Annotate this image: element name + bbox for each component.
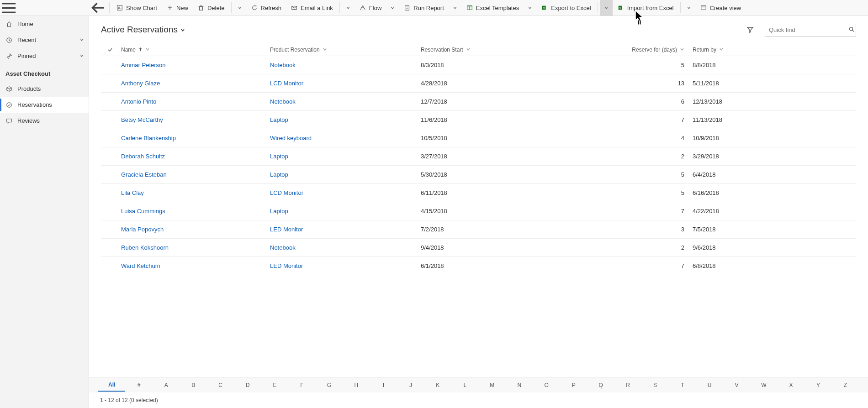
cell-product[interactable]: LCD Monitor <box>270 80 421 87</box>
alpha-jump-s[interactable]: S <box>641 379 668 391</box>
table-row[interactable]: Anthony GlazeLCD Monitor4/28/2018135/11/… <box>101 74 856 93</box>
alpha-jump-q[interactable]: Q <box>587 379 614 391</box>
alpha-jump-h[interactable]: H <box>343 379 370 391</box>
table-row[interactable]: Maria PopovychLED Monitor7/2/201837/5/20… <box>101 220 856 239</box>
alpha-jump-p[interactable]: P <box>560 379 587 391</box>
table-row[interactable]: Graciela EstebanLaptop5/30/201856/4/2018 <box>101 166 856 184</box>
column-header-return[interactable]: Return by <box>693 47 856 53</box>
alpha-jump-g[interactable]: G <box>316 379 343 391</box>
table-row[interactable]: Ruben KokshoornNotebook9/4/201829/6/2018 <box>101 239 856 257</box>
nav-products[interactable]: Products <box>0 81 89 97</box>
back-button[interactable] <box>89 0 107 16</box>
alpha-jump-l[interactable]: L <box>451 379 478 391</box>
table-row[interactable]: Deborah SchultzLaptop3/27/201823/29/2018 <box>101 147 856 166</box>
table-row[interactable]: Carlene BlankenshipWired keyboard10/5/20… <box>101 129 856 147</box>
alpha-jump-w[interactable]: W <box>750 379 777 391</box>
column-header-start[interactable]: Reservation Start <box>421 47 572 53</box>
quick-find-container[interactable] <box>765 23 856 37</box>
alpha-jump-r[interactable]: R <box>614 379 641 391</box>
alpha-jump-d[interactable]: D <box>234 379 261 391</box>
cell-name[interactable]: Antonio Pinto <box>119 98 270 105</box>
cell-name[interactable]: Carlene Blankenship <box>119 135 270 141</box>
import-excel-dropdown[interactable] <box>683 0 695 16</box>
table-row[interactable]: Luisa CummingsLaptop4/15/201874/22/2018 <box>101 202 856 220</box>
create-view-button[interactable]: Create view <box>695 0 746 16</box>
nav-home[interactable]: Home <box>0 16 89 32</box>
cell-product[interactable]: Notebook <box>270 244 421 251</box>
hamburger-button[interactable] <box>0 0 18 16</box>
cell-product[interactable]: Wired keyboard <box>270 135 421 141</box>
table-row[interactable]: Betsy McCarthyLaptop11/6/2018711/13/2018 <box>101 111 856 129</box>
alpha-jump-x[interactable]: X <box>778 379 804 391</box>
nav-reservations[interactable]: Reservations <box>0 97 89 113</box>
cell-name[interactable]: Anthony Glaze <box>119 80 270 87</box>
cell-product[interactable]: Notebook <box>270 62 421 68</box>
column-header-product[interactable]: Product Reservation <box>270 47 421 53</box>
nav-reviews[interactable]: Reviews <box>0 113 89 129</box>
refresh-button[interactable]: Refresh <box>246 0 286 16</box>
cell-name[interactable]: Luisa Cummings <box>119 208 270 214</box>
cell-product[interactable]: Notebook <box>270 98 421 105</box>
nav-pinned[interactable]: Pinned <box>0 48 89 64</box>
flow-button[interactable]: Flow <box>355 0 386 16</box>
import-excel-button[interactable]: X Import from Excel <box>613 0 678 16</box>
search-icon[interactable] <box>848 26 855 34</box>
email-link-dropdown[interactable] <box>342 0 355 16</box>
table-row[interactable]: Ward KetchumLED Monitor6/1/201876/8/2018 <box>101 257 856 275</box>
cell-product[interactable]: Laptop <box>270 208 421 214</box>
select-all-checkbox[interactable] <box>101 47 119 52</box>
alpha-jump-a[interactable]: A <box>153 379 180 391</box>
alpha-jump-z[interactable]: Z <box>832 379 859 391</box>
nav-recent[interactable]: Recent <box>0 32 89 48</box>
alpha-jump-e[interactable]: E <box>261 379 288 391</box>
cell-name[interactable]: Lila Clay <box>119 189 270 196</box>
alpha-jump-m[interactable]: M <box>479 379 506 391</box>
quick-find-input[interactable] <box>769 26 846 33</box>
alpha-jump-f[interactable]: F <box>288 379 315 391</box>
alpha-jump-j[interactable]: J <box>397 379 424 391</box>
new-button[interactable]: New <box>162 0 193 16</box>
show-chart-button[interactable]: Show Chart <box>111 0 162 16</box>
cell-product[interactable]: Laptop <box>270 153 421 160</box>
cell-product[interactable]: LED Monitor <box>270 262 421 269</box>
alpha-jump-o[interactable]: O <box>533 379 560 391</box>
cell-name[interactable]: Betsy McCarthy <box>119 116 270 123</box>
filter-button[interactable] <box>743 22 757 37</box>
flow-dropdown[interactable] <box>386 0 399 16</box>
table-row[interactable]: Ammar PetersonNotebook8/3/201858/8/2018 <box>101 56 856 74</box>
alpha-jump-b[interactable]: B <box>180 379 206 391</box>
cell-product[interactable]: Laptop <box>270 116 421 123</box>
excel-templates-dropdown[interactable] <box>524 0 536 16</box>
cell-name[interactable]: Ammar Peterson <box>119 62 270 68</box>
alpha-jump-#[interactable]: # <box>125 379 152 391</box>
alpha-jump-c[interactable]: C <box>207 379 234 391</box>
cell-name[interactable]: Ruben Kokshoorn <box>119 244 270 251</box>
export-excel-button[interactable]: X Export to Excel <box>536 0 595 16</box>
export-excel-dropdown[interactable] <box>600 0 613 16</box>
delete-dropdown[interactable] <box>233 0 246 16</box>
delete-button[interactable]: Delete <box>193 0 229 16</box>
alpha-jump-k[interactable]: K <box>424 379 451 391</box>
cell-name[interactable]: Ward Ketchum <box>119 262 270 269</box>
alpha-jump-t[interactable]: T <box>669 379 696 391</box>
table-row[interactable]: Antonio PintoNotebook12/7/2018612/13/201… <box>101 93 856 111</box>
column-header-days[interactable]: Reserve for (days) <box>572 47 693 53</box>
alpha-jump-all[interactable]: All <box>98 379 125 392</box>
run-report-button[interactable]: Run Report <box>399 0 448 16</box>
alpha-jump-i[interactable]: I <box>370 379 397 391</box>
cell-product[interactable]: LCD Monitor <box>270 189 421 196</box>
alpha-jump-u[interactable]: U <box>696 379 723 391</box>
cell-name[interactable]: Maria Popovych <box>119 226 270 233</box>
view-selector[interactable]: Active Reservations <box>101 25 185 35</box>
run-report-dropdown[interactable] <box>449 0 461 16</box>
cell-name[interactable]: Graciela Esteban <box>119 171 270 178</box>
alpha-jump-n[interactable]: N <box>506 379 533 391</box>
excel-templates-button[interactable]: Excel Templates <box>461 0 524 16</box>
alpha-jump-v[interactable]: V <box>723 379 750 391</box>
alpha-jump-y[interactable]: Y <box>804 379 831 391</box>
table-row[interactable]: Lila ClayLCD Monitor6/11/201856/16/2018 <box>101 184 856 202</box>
column-header-name[interactable]: Name <box>119 47 270 53</box>
email-link-button[interactable]: Email a Link <box>286 0 338 16</box>
cell-product[interactable]: LED Monitor <box>270 226 421 233</box>
cell-product[interactable]: Laptop <box>270 171 421 178</box>
